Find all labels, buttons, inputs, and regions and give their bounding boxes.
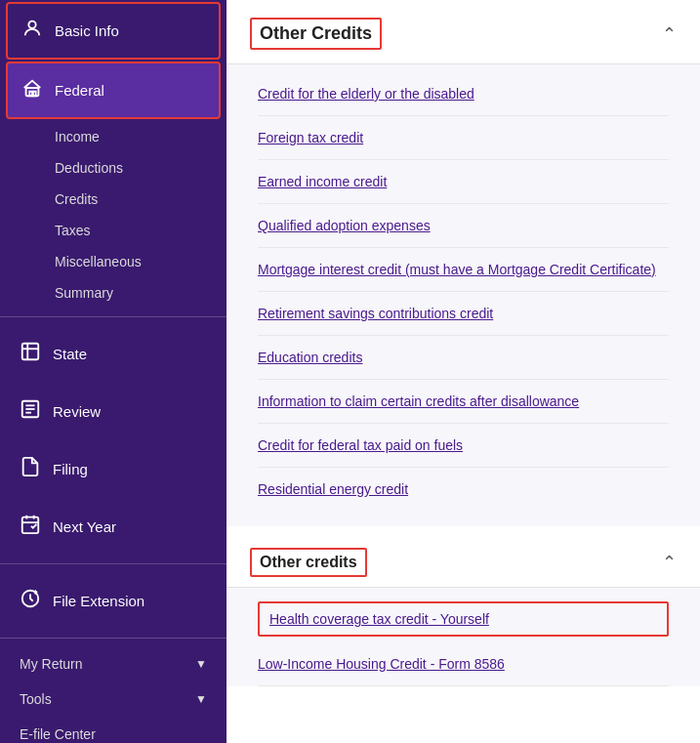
svg-rect-3	[33, 92, 36, 97]
subsection-collapse-button[interactable]: ⌃	[662, 552, 677, 573]
credit-link-disallowance[interactable]: Information to claim certain credits aft…	[258, 380, 669, 424]
svg-rect-2	[29, 92, 32, 97]
home-icon	[21, 77, 43, 103]
sidebar-subitem-income[interactable]: Income	[55, 121, 226, 152]
sidebar-nav: Basic Info Federal Income Deductions Cre…	[0, 0, 226, 630]
credit-link-health-coverage[interactable]: Health coverage tax credit - Yourself	[258, 601, 669, 637]
svg-rect-4	[22, 344, 39, 360]
sidebar-footer: My Return ▼ Tools ▼ E-file Center	[0, 646, 226, 743]
tools-label: Tools	[20, 691, 52, 707]
section-header: Other Credits ⌃	[226, 0, 700, 63]
credit-link-foreign-tax[interactable]: Foreign tax credit	[258, 116, 669, 160]
person-icon	[21, 18, 43, 44]
sidebar-subitem-deductions[interactable]: Deductions	[55, 152, 226, 184]
chevron-down-icon: ▼	[195, 657, 207, 671]
sidebar-item-label: Federal	[55, 82, 104, 99]
subsection-header: Other credits ⌃	[226, 534, 700, 587]
credit-link-elderly[interactable]: Credit for the elderly or the disabled	[258, 72, 669, 116]
sidebar-subitem-summary[interactable]: Summary	[55, 277, 226, 309]
sidebar-item-filing[interactable]: Filing	[0, 440, 226, 498]
credit-link-energy[interactable]: Residential energy credit	[258, 468, 669, 511]
sidebar-item-label: State	[53, 346, 87, 362]
sidebar-subitem-credits[interactable]: Credits	[55, 184, 226, 215]
sidebar-item-label: Filing	[53, 461, 88, 477]
collapse-button[interactable]: ⌃	[662, 23, 677, 45]
divider-3	[0, 638, 226, 639]
svg-point-0	[28, 21, 35, 28]
subsection-links: Health coverage tax credit - Yourself Lo…	[226, 587, 700, 686]
next-year-icon	[20, 514, 41, 540]
credit-link-mortgage[interactable]: Mortgage interest credit (must have a Mo…	[258, 248, 669, 292]
credit-link-fuels[interactable]: Credit for federal tax paid on fuels	[258, 424, 669, 468]
credit-link-earned-income[interactable]: Earned income credit	[258, 160, 669, 204]
sidebar-subitem-miscellaneous[interactable]: Miscellaneous	[55, 246, 226, 277]
state-icon	[20, 341, 41, 367]
my-return-label: My Return	[20, 656, 83, 672]
sidebar-item-label: Basic Info	[55, 22, 119, 39]
efile-center-item[interactable]: E-file Center	[0, 717, 226, 743]
sidebar-item-label: File Extension	[53, 593, 144, 609]
divider	[0, 316, 226, 317]
section-title: Other Credits	[250, 18, 382, 50]
credit-link-low-income-housing[interactable]: Low-Income Housing Credit - Form 8586	[258, 642, 669, 686]
review-icon	[20, 398, 41, 425]
clock-icon	[20, 588, 41, 614]
tools-item[interactable]: Tools ▼	[0, 681, 226, 717]
sidebar-item-federal[interactable]: Federal	[6, 62, 221, 119]
divider-2	[0, 563, 226, 564]
sidebar-subitem-taxes[interactable]: Taxes	[55, 215, 226, 246]
efile-label: E-file Center	[20, 726, 96, 742]
credits-list: Credit for the elderly or the disabled F…	[226, 63, 700, 526]
sidebar-item-next-year[interactable]: Next Year	[0, 498, 226, 556]
my-return-item[interactable]: My Return ▼	[0, 646, 226, 681]
sidebar-item-basic-info[interactable]: Basic Info	[6, 2, 221, 60]
federal-subitems: Income Deductions Credits Taxes Miscella…	[0, 121, 226, 309]
chevron-down-icon: ▼	[195, 692, 207, 706]
credit-link-adoption[interactable]: Qualified adoption expenses	[258, 204, 669, 248]
sidebar-item-review[interactable]: Review	[0, 383, 226, 440]
sidebar-item-label: Next Year	[53, 518, 116, 535]
sidebar: Basic Info Federal Income Deductions Cre…	[0, 0, 226, 743]
sidebar-item-state[interactable]: State	[0, 325, 226, 383]
subsection-title: Other credits	[250, 548, 367, 577]
sidebar-item-label: Review	[53, 403, 101, 420]
filing-icon	[20, 456, 41, 482]
credit-link-retirement[interactable]: Retirement savings contributions credit	[258, 292, 669, 336]
main-content: Other Credits ⌃ Credit for the elderly o…	[226, 0, 700, 743]
credit-link-education[interactable]: Education credits	[258, 336, 669, 380]
sidebar-item-file-extension[interactable]: File Extension	[0, 572, 226, 630]
